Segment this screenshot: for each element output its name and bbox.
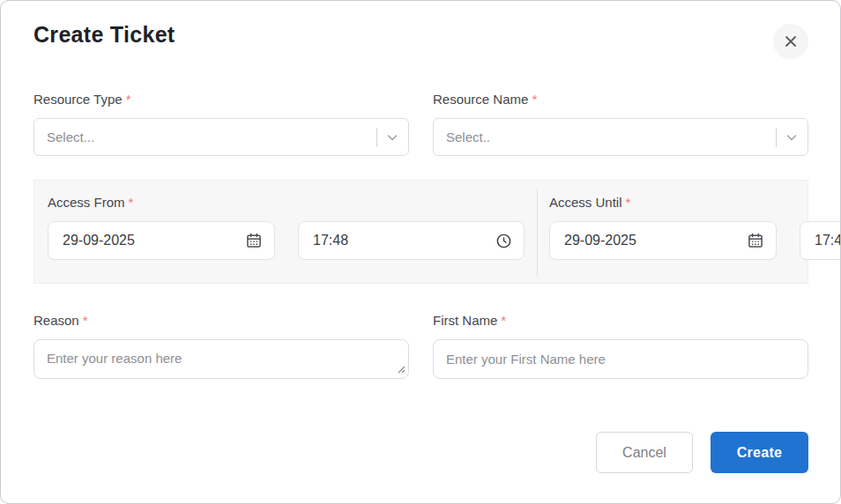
required-asterisk: * bbox=[126, 92, 131, 107]
access-from-label: Access From* bbox=[48, 195, 525, 210]
close-button[interactable] bbox=[773, 24, 808, 59]
resource-type-label: Resource Type* bbox=[33, 92, 409, 107]
clock-icon bbox=[495, 233, 512, 249]
calendar-icon bbox=[245, 232, 263, 249]
select-separator bbox=[376, 128, 377, 147]
reason-field: Reason* bbox=[33, 313, 409, 379]
reason-textarea-wrap bbox=[33, 339, 409, 379]
chevron-down-icon bbox=[785, 130, 799, 145]
required-asterisk: * bbox=[129, 195, 134, 210]
access-from-label-text: Access From bbox=[48, 195, 125, 210]
resource-type-label-text: Resource Type bbox=[33, 92, 123, 107]
access-from-date-input[interactable] bbox=[48, 221, 275, 260]
access-until-time-input[interactable] bbox=[800, 221, 841, 260]
resource-type-field: Resource Type* Select... bbox=[33, 92, 409, 156]
access-until-date-input[interactable] bbox=[549, 221, 777, 260]
page-title: Create Ticket bbox=[33, 22, 175, 48]
create-ticket-modal: Create Ticket Resource Type* Select... R… bbox=[0, 0, 841, 504]
first-name-field: First Name* bbox=[433, 313, 808, 379]
access-from-inputs bbox=[48, 221, 525, 260]
resource-name-placeholder: Select.. bbox=[446, 130, 776, 145]
access-until-inputs bbox=[549, 221, 841, 260]
access-from-time-input[interactable] bbox=[298, 221, 525, 260]
first-name-label: First Name* bbox=[433, 313, 808, 328]
resource-name-label: Resource Name* bbox=[433, 92, 808, 107]
required-asterisk: * bbox=[501, 313, 506, 328]
create-button[interactable]: Create bbox=[711, 432, 808, 473]
required-asterisk: * bbox=[83, 313, 88, 328]
text-row: Reason* First Name* bbox=[33, 313, 808, 379]
close-icon bbox=[783, 33, 799, 49]
required-asterisk: * bbox=[532, 92, 537, 107]
select-row: Resource Type* Select... Resource Name* … bbox=[33, 92, 808, 156]
access-until-label-text: Access Until bbox=[549, 195, 622, 210]
reason-label: Reason* bbox=[33, 313, 409, 328]
first-name-label-text: First Name bbox=[433, 313, 497, 328]
chevron-down-icon bbox=[385, 130, 399, 145]
resource-name-label-text: Resource Name bbox=[433, 92, 528, 107]
reason-textarea[interactable] bbox=[33, 339, 409, 379]
calendar-icon bbox=[747, 232, 764, 249]
access-until-label: Access Until* bbox=[549, 195, 841, 210]
access-until-section: Access Until* bbox=[537, 181, 841, 283]
required-asterisk: * bbox=[626, 195, 631, 210]
access-from-date-value[interactable] bbox=[63, 233, 245, 248]
first-name-input[interactable] bbox=[433, 339, 808, 379]
reason-label-text: Reason bbox=[33, 313, 79, 328]
modal-header: Create Ticket bbox=[33, 22, 808, 59]
cancel-button[interactable]: Cancel bbox=[596, 432, 693, 473]
access-until-time-value[interactable] bbox=[815, 233, 841, 248]
access-from-section: Access From* bbox=[34, 181, 537, 283]
modal-footer: Cancel Create bbox=[33, 432, 808, 473]
access-until-date-value[interactable] bbox=[564, 233, 747, 248]
access-period-panel: Access From* Access Until* bbox=[33, 180, 808, 284]
resource-type-select[interactable]: Select... bbox=[33, 118, 409, 156]
resource-name-field: Resource Name* Select.. bbox=[433, 92, 808, 156]
resource-name-select[interactable]: Select.. bbox=[433, 118, 808, 156]
select-separator bbox=[776, 128, 777, 147]
resource-type-placeholder: Select... bbox=[47, 130, 376, 145]
access-from-time-value[interactable] bbox=[313, 233, 495, 248]
